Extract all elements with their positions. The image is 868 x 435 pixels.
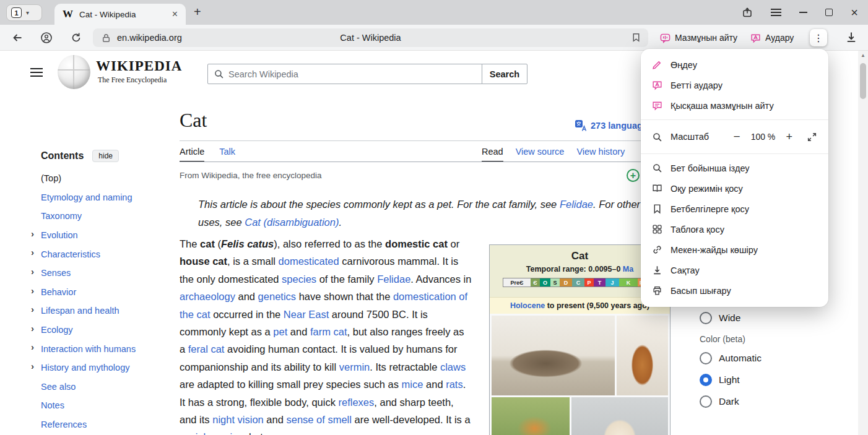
toc-item[interactable]: References bbox=[30, 415, 163, 434]
toc-expand-icon[interactable]: › bbox=[31, 266, 34, 277]
toc-expand-icon[interactable]: › bbox=[31, 228, 34, 239]
search-button[interactable]: Search bbox=[482, 64, 527, 84]
toc-item[interactable]: Taxonomy bbox=[30, 207, 163, 226]
toc-item[interactable]: ›Ecology bbox=[30, 321, 163, 340]
inline-link[interactable]: Cat (disambiguation) bbox=[245, 217, 339, 228]
scrollbar[interactable]: ▲ bbox=[858, 51, 868, 435]
toc-item[interactable]: ›Characteristics bbox=[30, 244, 163, 264]
menu-item[interactable]: Таблоға қосу bbox=[641, 219, 828, 239]
menu-item[interactable]: Мекен-жайды көшіру bbox=[641, 239, 828, 260]
inline-link[interactable]: vermin bbox=[339, 361, 370, 373]
inline-link[interactable]: Felidae bbox=[560, 199, 593, 210]
inline-link[interactable]: Holocene bbox=[510, 301, 545, 310]
downloads-icon[interactable] bbox=[845, 31, 857, 43]
maximize-button[interactable] bbox=[825, 9, 833, 16]
inline-link[interactable]: archaeology bbox=[180, 291, 235, 302]
toc-expand-icon[interactable]: › bbox=[31, 247, 34, 257]
menu-item[interactable]: Оқу режимін қосу bbox=[641, 178, 828, 199]
share-icon[interactable] bbox=[742, 7, 753, 18]
menu-item[interactable]: Сақтау bbox=[641, 260, 828, 280]
cat-photo-cream[interactable] bbox=[571, 397, 668, 435]
inline-link[interactable]: night vision bbox=[212, 414, 264, 425]
menu-item[interactable]: Бет бойынша іздеу bbox=[641, 158, 828, 178]
wiki-tab-view-source[interactable]: View source bbox=[516, 147, 565, 162]
toc-item[interactable]: Notes bbox=[30, 396, 163, 415]
cat-photo-tabby-lying[interactable] bbox=[492, 316, 615, 395]
inline-link[interactable]: social species bbox=[180, 431, 243, 435]
back-icon[interactable] bbox=[11, 32, 24, 44]
toc-expand-icon[interactable]: › bbox=[31, 323, 34, 334]
radio-wide[interactable] bbox=[700, 312, 712, 324]
cat-photo-sitting[interactable] bbox=[617, 316, 668, 395]
minimize-button[interactable] bbox=[799, 12, 807, 13]
inline-link[interactable]: feral cat bbox=[188, 343, 225, 355]
menu-item[interactable]: Бетбелгілерге қосу bbox=[641, 199, 828, 219]
bookmark-flag-icon[interactable] bbox=[631, 32, 641, 43]
toc-item[interactable]: ›Evolution bbox=[30, 226, 163, 245]
main-menu-icon[interactable] bbox=[30, 68, 43, 69]
toc-item[interactable]: ›History and mythology bbox=[30, 358, 163, 377]
toc-expand-icon[interactable]: › bbox=[31, 304, 34, 314]
search-box[interactable] bbox=[207, 64, 482, 84]
inline-link[interactable]: farm cat bbox=[310, 326, 347, 337]
toc-item[interactable]: ›Senses bbox=[30, 264, 163, 283]
tab-group-button[interactable]: 1 ▾ bbox=[6, 4, 42, 21]
inline-link[interactable]: Near East bbox=[284, 309, 329, 320]
inline-link[interactable]: species bbox=[282, 273, 316, 285]
inline-link[interactable]: rats bbox=[446, 379, 463, 390]
inline-link[interactable]: sense of smell bbox=[286, 414, 351, 425]
color-option-automatic[interactable]: Automatic bbox=[700, 347, 842, 369]
inline-link[interactable]: Felidae bbox=[377, 273, 410, 285]
radio-dark[interactable] bbox=[700, 395, 712, 408]
address-bar[interactable]: Cat - Wikipedia en.wikipedia.org bbox=[93, 28, 648, 47]
reload-icon[interactable] bbox=[70, 32, 82, 44]
width-option-wide[interactable]: Wide bbox=[700, 307, 842, 329]
new-tab-button[interactable]: + bbox=[194, 5, 201, 19]
menu-item[interactable]: Өңдеу bbox=[641, 54, 828, 75]
wiki-tab-view-history[interactable]: View history bbox=[576, 147, 625, 162]
toc-item[interactable]: ›Lifespan and health bbox=[30, 301, 163, 321]
wiki-tab-read[interactable]: Read bbox=[482, 147, 503, 162]
menu-item[interactable]: Басып шығару bbox=[641, 280, 828, 301]
search-input[interactable] bbox=[228, 69, 476, 79]
wiki-tab-talk[interactable]: Talk bbox=[219, 147, 235, 162]
inline-link[interactable]: reflexes bbox=[339, 397, 375, 408]
toc-expand-icon[interactable]: › bbox=[31, 285, 34, 296]
cat-photo-grass[interactable] bbox=[492, 397, 570, 435]
scrollbar-thumb[interactable] bbox=[860, 63, 866, 99]
wikipedia-wordmark[interactable]: WIKIPEDIA bbox=[96, 58, 182, 74]
toc-expand-icon[interactable]: › bbox=[31, 361, 34, 371]
toc-item[interactable]: Etymology and naming bbox=[30, 188, 163, 207]
zoom-in-button[interactable]: + bbox=[786, 131, 792, 144]
chevron-down-icon[interactable]: ▾ bbox=[26, 9, 29, 16]
zoom-out-button[interactable]: − bbox=[733, 130, 740, 144]
color-option-light[interactable]: Light bbox=[700, 369, 842, 390]
toc-hide-button[interactable]: hide bbox=[92, 150, 119, 162]
menu-item[interactable]: Бетті аудару bbox=[641, 75, 828, 95]
inline-link[interactable]: claws bbox=[440, 361, 466, 373]
fullscreen-icon[interactable] bbox=[807, 132, 817, 142]
toc-item[interactable]: ›Behavior bbox=[30, 283, 163, 302]
menu-item[interactable]: Қысқаша мазмұнын айту bbox=[641, 95, 828, 116]
toc-item[interactable]: See also bbox=[30, 377, 163, 397]
inline-link[interactable]: mice bbox=[402, 379, 423, 390]
tab-close-icon[interactable]: × bbox=[172, 9, 178, 19]
profile-icon[interactable] bbox=[40, 32, 53, 44]
browser-tab[interactable]: W Cat - Wikipedia × bbox=[54, 4, 186, 25]
wiki-tab-article[interactable]: Article bbox=[180, 147, 204, 162]
close-window-button[interactable]: × bbox=[851, 6, 858, 19]
inline-link[interactable]: genetics bbox=[258, 291, 296, 302]
more-options-button[interactable]: ⋮ bbox=[810, 29, 827, 46]
inline-link[interactable]: domesticated bbox=[279, 256, 339, 267]
translate-button[interactable]: Аудару bbox=[750, 28, 794, 47]
toc-expand-icon[interactable]: › bbox=[31, 342, 34, 352]
toc-item[interactable]: (Top) bbox=[30, 169, 163, 188]
color-option-dark[interactable]: Dark bbox=[700, 390, 842, 412]
radio-light[interactable] bbox=[700, 374, 712, 386]
speak-content-button[interactable]: Мазмұнын айту bbox=[660, 28, 737, 47]
radio-automatic[interactable] bbox=[700, 352, 712, 364]
inline-link[interactable]: Ma bbox=[623, 265, 633, 273]
toc-item[interactable]: ›Interaction with humans bbox=[30, 339, 163, 358]
scroll-up-arrow[interactable]: ▲ bbox=[858, 53, 868, 58]
inline-link[interactable]: pet bbox=[273, 326, 287, 337]
